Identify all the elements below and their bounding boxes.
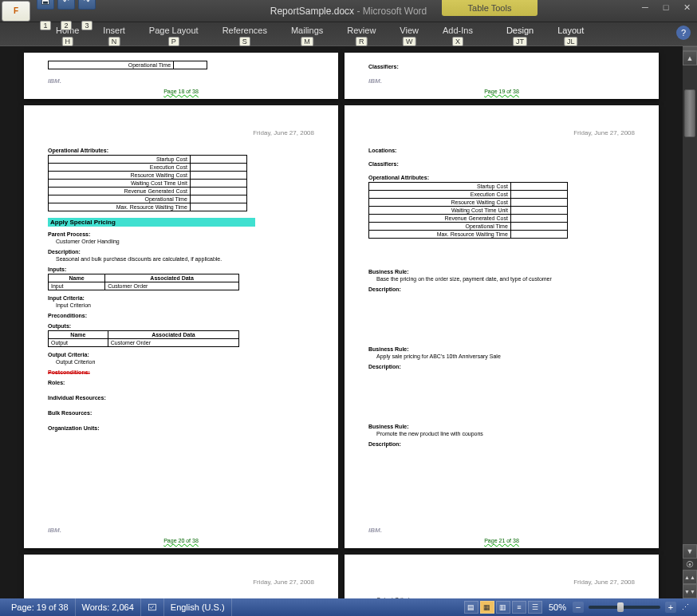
prev-page-icon[interactable]: ⦿ bbox=[683, 559, 697, 570]
browse-prev[interactable]: ▲▲ bbox=[683, 570, 697, 584]
ribbon-tabs: HomeH InsertN Page LayoutP ReferencesS M… bbox=[0, 22, 697, 46]
help-button[interactable]: ? bbox=[676, 26, 691, 40]
tab-review[interactable]: ReviewR bbox=[336, 22, 387, 37]
view-web-layout[interactable]: ▥ bbox=[496, 601, 510, 614]
tab-add-ins[interactable]: Add-InsX bbox=[431, 22, 484, 37]
resize-grip[interactable]: ⋰ bbox=[678, 601, 692, 614]
view-outline[interactable]: ≡ bbox=[512, 601, 526, 614]
qat-undo[interactable]: ↶ bbox=[57, 0, 75, 10]
zoom-slider[interactable] bbox=[589, 606, 660, 609]
page-number: Page 19 of 38 bbox=[484, 89, 519, 94]
svg-rect-1 bbox=[43, 1, 48, 3]
page-number: Page 18 of 38 bbox=[163, 89, 199, 94]
status-bar: Page: 19 of 38 Words: 2,064 English (U.S… bbox=[0, 598, 697, 616]
window-title: ReportSample.docx - Microsoft Word bbox=[270, 6, 427, 17]
highlighted-heading: Apply Special Pricing bbox=[48, 218, 255, 227]
office-button[interactable]: F bbox=[2, 1, 30, 22]
page-number: Page 21 of 38 bbox=[484, 538, 519, 543]
vertical-scrollbar[interactable]: ▲ ▼ ⦿ ▲▲ ▼▼ bbox=[683, 46, 697, 598]
page-19: Classifiers: IBM. Page 19 of 38 bbox=[345, 53, 659, 99]
browse-next[interactable]: ▼▼ bbox=[683, 584, 697, 598]
tab-view[interactable]: ViewW bbox=[388, 22, 430, 37]
zoom-in[interactable]: + bbox=[665, 602, 676, 613]
page-21: Friday, June 27, 2008 Locations: Classif… bbox=[345, 105, 659, 548]
tab-mailings[interactable]: MailingsM bbox=[280, 22, 334, 37]
document-area[interactable]: Operational Time IBM. Page 18 of 38 Clas… bbox=[0, 46, 683, 598]
zoom-out[interactable]: − bbox=[573, 602, 584, 613]
maximize-button[interactable]: □ bbox=[656, 0, 676, 14]
zoom-value[interactable]: 50% bbox=[549, 602, 566, 612]
table-tools-contextual: Table Tools bbox=[442, 0, 538, 16]
scroll-up[interactable]: ▲ bbox=[683, 51, 697, 65]
page-20: Friday, June 27, 2008 Operational Attrib… bbox=[24, 105, 338, 548]
close-button[interactable]: ✕ bbox=[676, 0, 697, 14]
view-full-screen[interactable]: ▦ bbox=[480, 601, 494, 614]
scroll-track[interactable] bbox=[683, 65, 697, 544]
tab-insert[interactable]: InsertN bbox=[92, 22, 136, 37]
page-18: Operational Time IBM. Page 18 of 38 bbox=[24, 53, 338, 99]
zoom-handle[interactable] bbox=[617, 602, 624, 612]
tab-references[interactable]: ReferencesS bbox=[211, 22, 278, 37]
quick-access-toolbar: 1 ↶2 ↷3 bbox=[37, 0, 96, 30]
view-print-layout[interactable]: ▤ bbox=[464, 601, 478, 614]
view-draft[interactable]: ☰ bbox=[528, 601, 542, 614]
tab-page-layout[interactable]: Page LayoutP bbox=[138, 22, 210, 37]
status-proofing[interactable] bbox=[141, 598, 164, 616]
page-22: Friday, June 27, 2008 bbox=[24, 555, 338, 598]
status-language[interactable]: English (U.S.) bbox=[164, 598, 232, 616]
tab-layout[interactable]: LayoutJL bbox=[546, 22, 595, 37]
tab-design[interactable]: DesignJT bbox=[495, 22, 545, 37]
page-23: Friday, June 27, 2008 Output Criterion P… bbox=[345, 555, 659, 598]
qat-redo[interactable]: ↷ bbox=[78, 0, 96, 10]
minimize-button[interactable]: ─ bbox=[635, 0, 656, 14]
qat-save[interactable] bbox=[37, 0, 54, 10]
status-page[interactable]: Page: 19 of 38 bbox=[5, 598, 76, 616]
scroll-thumb[interactable] bbox=[684, 89, 695, 137]
title-bar: F 1 ↶2 ↷3 ReportSample.docx - Microsoft … bbox=[0, 0, 697, 22]
page-number: Page 20 of 38 bbox=[163, 538, 199, 543]
scroll-down[interactable]: ▼ bbox=[683, 544, 697, 559]
status-words[interactable]: Words: 2,064 bbox=[76, 598, 141, 616]
